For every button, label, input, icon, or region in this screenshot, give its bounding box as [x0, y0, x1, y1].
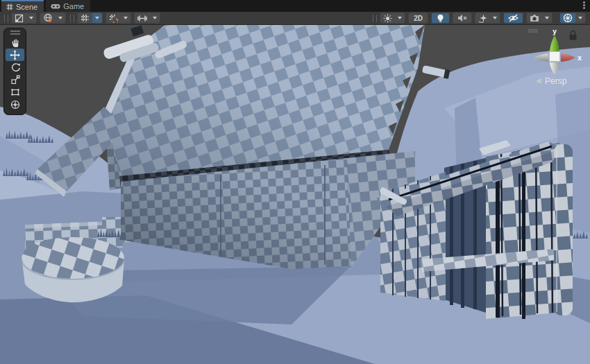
gamepad-icon: [51, 3, 60, 10]
move-tool-button[interactable]: [6, 49, 24, 61]
draw-mode-caret[interactable]: [26, 13, 36, 23]
orientation-gizmo: y x Persp: [526, 26, 590, 90]
projection-label: Persp: [545, 76, 567, 86]
eye-hidden-icon: [504, 13, 523, 23]
scene-effects-button[interactable]: [380, 12, 405, 24]
effects-caret[interactable]: [490, 13, 500, 23]
toolbar-separator: [70, 15, 74, 22]
gizmos-caret[interactable]: [575, 13, 585, 23]
tab-scene[interactable]: Scene: [1, 0, 44, 12]
transform-icon: [10, 100, 20, 110]
snap-settings-button[interactable]: [106, 12, 131, 24]
scene-toolbar: 2D: [0, 12, 590, 25]
tab-bar: Scene Game: [0, 0, 590, 12]
axis-x-cone[interactable]: [561, 53, 575, 62]
shaded-mode-icon: [12, 13, 26, 23]
hand-tool-button[interactable]: [6, 36, 24, 49]
grid-axis-icon: [78, 13, 92, 23]
2d-mode-label: 2D: [409, 15, 428, 22]
projection-switch[interactable]: Persp: [537, 76, 567, 86]
orientation-button[interactable]: [40, 12, 66, 24]
snap-increment-icon: [135, 13, 150, 23]
orientation-caret[interactable]: [56, 13, 65, 23]
grid-snap-icon: [106, 13, 121, 23]
toolbar-right-handle[interactable]: [373, 15, 377, 22]
axis-y-label: y: [553, 28, 557, 35]
grid-icon: [6, 3, 13, 10]
toolbar-drag-handle[interactable]: [4, 15, 8, 22]
speaker-muted-icon: [453, 13, 471, 23]
rotate-icon: [10, 62, 20, 72]
tools-drag-handle[interactable]: [10, 31, 20, 35]
scene-audio-button[interactable]: [453, 12, 472, 24]
kebab-menu-icon[interactable]: [580, 1, 587, 10]
hand-icon: [10, 37, 20, 47]
draw-mode-button[interactable]: [11, 12, 37, 24]
camera-settings-caret[interactable]: [542, 13, 552, 23]
transform-tool-button[interactable]: [6, 98, 24, 111]
axis-neg-x-cone[interactable]: [534, 53, 548, 62]
scale-icon: [10, 75, 20, 85]
lock-icon[interactable]: [570, 31, 577, 40]
scene-viewport[interactable]: [0, 25, 590, 364]
gizmo-drag-handle[interactable]: [528, 30, 538, 32]
move-icon: [10, 50, 20, 60]
tab-game[interactable]: Game: [46, 0, 90, 12]
snap-settings-caret[interactable]: [121, 13, 130, 23]
scene-visibility-button[interactable]: [503, 12, 523, 24]
tools-overlay: [3, 28, 26, 115]
increment-snap-caret[interactable]: [150, 13, 160, 23]
sun-icon: [380, 13, 395, 23]
axis-neg-y-cone[interactable]: [550, 62, 559, 75]
scene-lighting-button[interactable]: [431, 12, 450, 24]
effects-button[interactable]: [475, 12, 500, 24]
axis-sphere-icon: [560, 13, 575, 23]
rect-tool-button[interactable]: [6, 86, 24, 98]
grid-visibility-button[interactable]: [77, 12, 103, 24]
tab-scene-label: Scene: [16, 3, 37, 11]
camera-icon: [527, 13, 542, 23]
scene-effects-caret[interactable]: [395, 13, 405, 23]
increment-snap-button[interactable]: [134, 12, 160, 24]
tab-game-label: Game: [63, 2, 84, 10]
grid-visibility-caret[interactable]: [92, 13, 102, 23]
gizmos-button[interactable]: [559, 12, 586, 24]
axis-x-label: x: [578, 54, 582, 62]
globe-icon: [40, 13, 56, 23]
stump[interactable]: [22, 237, 124, 302]
fx-star-icon: [475, 13, 490, 23]
gizmo-center-cube[interactable]: [550, 52, 560, 62]
scale-tool-button[interactable]: [6, 73, 24, 86]
camera-settings-button[interactable]: [526, 12, 553, 24]
2d-mode-button[interactable]: 2D: [408, 12, 428, 24]
axis-y-cone[interactable]: [550, 35, 559, 52]
unity-scene-view-window: Scene Game: [0, 0, 590, 364]
rotate-tool-button[interactable]: [6, 61, 24, 73]
bulb-icon: [432, 13, 449, 23]
rect-icon: [10, 87, 20, 97]
